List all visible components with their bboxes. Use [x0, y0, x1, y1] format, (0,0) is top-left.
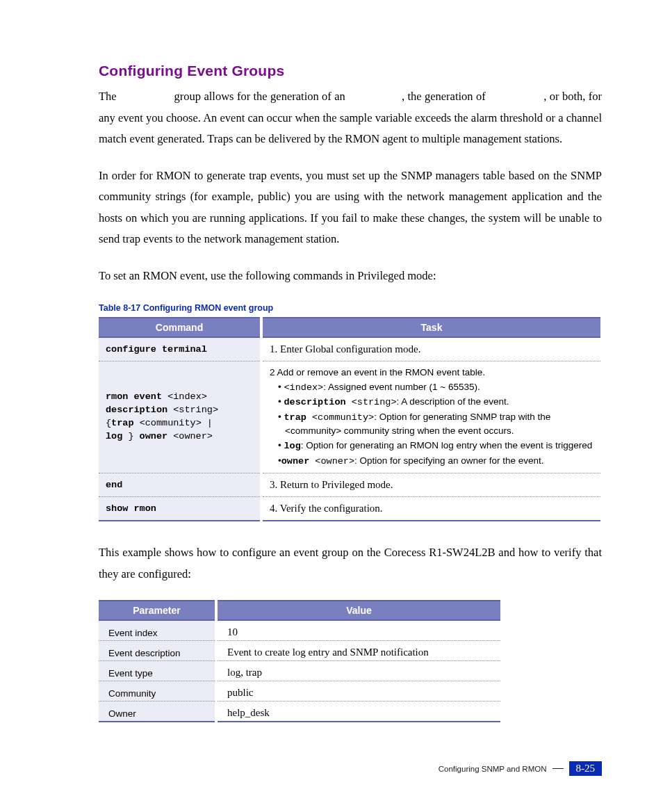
page-footer: Configuring SNMP and RMON 8-25 — [439, 761, 602, 776]
table-caption: Table 8-17 Configuring RMON event group — [99, 303, 602, 313]
cell-value: public — [216, 681, 500, 701]
table-row: Event index 10 — [99, 620, 500, 641]
task-block: 2 Add or remove an event in the RMON eve… — [270, 366, 594, 468]
page-number: 8-25 — [569, 761, 603, 776]
table-header-row: Command Task — [99, 318, 600, 337]
parameter-table: Parameter Value Event index 10 Event des… — [99, 600, 500, 722]
cmd-brace: } — [128, 431, 139, 441]
table-row: Community public — [99, 681, 500, 701]
command-table: Command Task configure terminal 1. Enter… — [99, 317, 600, 521]
paragraph-3: To set an RMON event, use the following … — [99, 266, 602, 287]
mono: <index> — [284, 382, 323, 393]
cell-value: help_desk — [216, 701, 500, 722]
italic-term: rmon event — [120, 90, 171, 103]
section-heading: Configuring Event Groups — [99, 63, 602, 79]
table-row: configure terminal 1. Enter Global confi… — [99, 337, 600, 362]
cell-command: rmon event <index> description <string> … — [99, 362, 261, 473]
cell-value: Event to create log entry and SNMP notif… — [216, 641, 500, 661]
task-bullet: • <index>: Assigned event number (1 ~ 65… — [270, 380, 594, 395]
cmd-bold: trap — [111, 418, 140, 428]
cmd-angle: <community> — [140, 418, 202, 428]
cell-param: Event index — [99, 620, 216, 641]
cell-param: Owner — [99, 701, 216, 722]
table-row: Event description Event to create log en… — [99, 641, 500, 661]
cmd-bold: rmon event — [106, 391, 167, 402]
cell-command: configure terminal — [99, 337, 261, 362]
cell-value: log, trap — [216, 661, 500, 681]
text: The — [99, 90, 120, 103]
monob: description — [284, 397, 351, 407]
mono: <owner> — [315, 456, 354, 466]
cmd-angle: <string> — [173, 405, 218, 415]
cmd-bold: owner — [140, 431, 174, 441]
cell-command: show rmon — [99, 497, 261, 521]
mono: <community> — [312, 412, 374, 423]
table-row: end 3. Return to Privileged mode. — [99, 473, 600, 497]
table-row: Owner help_desk — [99, 701, 500, 722]
table-row: Event type log, trap — [99, 661, 500, 681]
page-content: Configuring Event Groups The rmon event … — [0, 0, 663, 764]
cell-param: Event description — [99, 641, 216, 661]
text: : Option for generating an RMON log entr… — [301, 440, 592, 450]
cell-command: end — [99, 473, 261, 497]
paragraph-2: In order for RMON to generate trap event… — [99, 165, 602, 250]
text: : A description of the event. — [397, 396, 509, 407]
task-bullet: • description <string>: A description of… — [270, 395, 594, 409]
cell-task: 1. Enter Global configuration mode. — [261, 337, 600, 362]
paragraph-4: This example shows how to configure an e… — [99, 542, 602, 585]
task-bullet: • log: Option for generating an RMON log… — [270, 439, 594, 453]
cell-task: 4. Verify the configuration. — [261, 497, 600, 521]
cell-param: Event type — [99, 661, 216, 681]
monob: log — [284, 441, 300, 451]
task-bullet: •owner <owner>: Option for specifying an… — [270, 454, 594, 469]
text: : Option for specifying an owner for the… — [354, 455, 543, 466]
text: group allows for the generation of an — [174, 90, 349, 103]
cmd-bold: description — [106, 405, 173, 415]
table-row: show rmon 4. Verify the configuration. — [99, 497, 600, 521]
footer-chapter-label: Configuring SNMP and RMON — [439, 765, 547, 773]
table-header-row: Parameter Value — [99, 601, 500, 620]
col-value: Value — [216, 601, 500, 620]
cell-task: 2 Add or remove an event in the RMON eve… — [261, 362, 600, 473]
cmd-angle: <index> — [167, 391, 207, 402]
table-row: rmon event <index> description <string> … — [99, 362, 600, 473]
task-lead: 2 Add or remove an event in the RMON eve… — [270, 366, 594, 380]
italic-term: RMON log — [348, 90, 398, 103]
monob: trap — [284, 412, 312, 423]
cell-param: Community — [99, 681, 216, 701]
col-task: Task — [261, 318, 600, 337]
monob: owner — [281, 456, 316, 466]
mono: <string> — [352, 397, 397, 407]
task-bullet: • trap <community>: Option for generatin… — [270, 410, 594, 438]
cell-value: 10 — [216, 620, 500, 641]
text: , the generation of — [402, 90, 489, 103]
cmd-brace: { — [106, 418, 111, 428]
footer-divider — [552, 768, 564, 769]
cmd-pipe: | — [202, 418, 213, 428]
col-command: Command — [99, 318, 261, 337]
col-parameter: Parameter — [99, 601, 216, 620]
text: : Assigned event number (1 ~ 65535). — [323, 382, 480, 392]
cmd-angle: <owner> — [173, 431, 213, 441]
paragraph-1: The rmon event group allows for the gene… — [99, 86, 602, 150]
cell-task: 3. Return to Privileged mode. — [261, 473, 600, 497]
cmd-bold: log — [106, 431, 128, 441]
italic-term: SNMP trap — [489, 90, 541, 103]
